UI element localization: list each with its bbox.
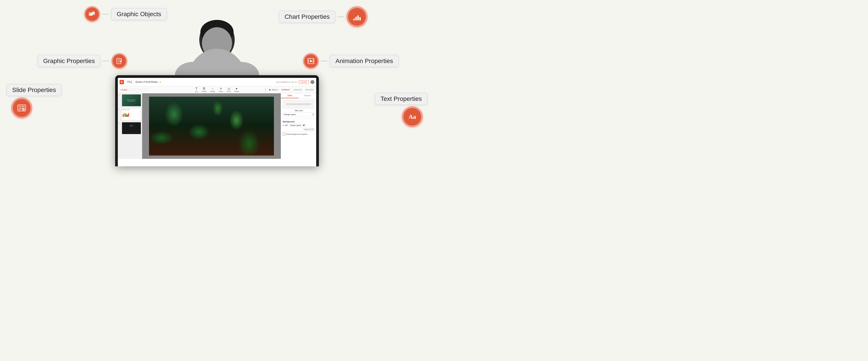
slide-toolbar-left: + SLIDE [120,89,148,91]
animation-properties-connector [321,61,328,61]
last-modified: Last modified on Jan 23 [276,81,297,83]
slide-thumbnail-1[interactable]: 1 Make the plan youknow will grow [118,93,142,107]
zoom-icon[interactable]: + [264,88,268,92]
slide-thumbnail-3[interactable]: 3 Who AreYou? [118,121,142,135]
slide-props-row: Slide Properties [7,84,63,96]
file-button[interactable]: FILE [126,80,133,84]
slide-thumbnail-2[interactable]: 2 Why do we build? chart [118,107,142,121]
chart-properties-float: Chart Properties [279,6,368,27]
slide-num-1: 1 [119,94,121,96]
slide-preview-3: Who AreYou? [122,122,141,134]
slide-2-chart: chart [123,112,140,117]
insert-media[interactable]: ▶ Media [234,87,239,93]
insert-toolbar: T Text 🖼 Image ◇ Shape ⊞ Table [195,87,239,93]
layout-bar [286,103,311,105]
animation-properties-float: Animation Properties [303,53,399,69]
animation-properties-icon [304,55,317,68]
change-layout-button[interactable]: Change Layout ▾ [283,112,314,117]
slide-properties-label: Slide Properties [7,84,62,96]
graphic-objects-icon [86,7,99,21]
graphic-properties-icon-circle [112,53,127,69]
insert-text[interactable]: T Text [195,87,198,93]
insert-table-label: Table [219,91,223,93]
canvas-area [142,93,281,159]
play-label: PLAY [272,89,277,91]
main-content: 1 Make the plan youknow will grow 2 Why … [118,93,316,159]
slide-properties-float: Slide Properties [7,84,63,119]
insert-chart-label: Chart [226,91,231,93]
background-header: Background [283,121,314,123]
tab-review[interactable]: REVIEW [305,88,314,91]
graphic-properties-connector [102,61,109,61]
toolbar-icon-4[interactable] [138,89,141,91]
bar-2 [124,113,125,117]
text-props-label-row: Text Properties [373,93,427,105]
hide-background-checkbox[interactable] [283,133,286,136]
slide-toolbar: + SLIDE T Text [118,86,316,93]
share-button[interactable]: SHARE [299,80,309,84]
toolbar-icon-5[interactable] [142,89,144,91]
text-properties-icon: Aa [403,108,421,126]
chart-properties-icon [348,8,366,26]
toolbar-icon-3[interactable] [135,89,138,91]
toolbar-icon-6[interactable] [145,89,148,91]
graphic-objects-float: Graphic Objects [84,6,167,22]
toolbar-icon-2[interactable] [132,89,134,91]
tab-animate[interactable]: ANIMATE [292,88,303,91]
app-title: Quotes of Scott Belsky ★ [135,81,274,83]
insert-image-label: Image [202,90,206,92]
app-logo: D [120,80,124,84]
svg-rect-7 [360,17,361,20]
slide-properties-icon-circle [11,97,32,119]
animation-properties-icon-circle [303,53,319,69]
text-properties-float: Text Properties Aa [373,93,427,127]
tab-themes[interactable]: Themes [299,93,316,98]
chart-word: chart [130,114,132,115]
tab-slide[interactable]: Slide [281,93,299,98]
apply-to-all-button[interactable]: Apply To All [303,128,314,131]
text-properties-icon-wrapper: Aa [402,106,423,127]
slide-preview-2: Why do we build? chart [122,108,141,120]
monitor: D FILE Quotes of Scott Belsky ★ Last mod… [115,75,319,166]
graphic-objects-connector [102,14,109,14]
monitor-bezel: D FILE Quotes of Scott Belsky ★ Last mod… [115,75,319,166]
canvas-leaves-decoration [149,97,274,156]
play-triangle-icon [269,89,271,91]
layout-preview [283,100,314,109]
play-chevron: ▾ [278,89,279,91]
slide-num-3: 3 [119,122,121,124]
bar-5 [128,113,129,117]
chart-properties-icon-circle [346,6,368,27]
animation-properties-label: Animation Properties [330,55,399,67]
fill-expand-icon[interactable]: ▶ [283,124,284,126]
insert-shape[interactable]: ◇ Shape [210,87,215,93]
background-section: Background ▶ Fill Follow Layout Apply To… [281,120,316,136]
graphic-properties-icon [113,55,126,68]
tab-format[interactable]: FORMAT [281,88,291,91]
svg-rect-5 [355,17,357,20]
text-properties-label: Text Properties [375,93,427,105]
fill-select[interactable]: Follow Layout [288,124,306,127]
hide-background-label: Hide Background Graphics [286,133,308,135]
chart-properties-connector [337,17,344,17]
slide-num-2: 2 [119,108,121,110]
slide-1-text: Make the plan youknow will grow [126,99,136,102]
bar-1 [123,114,124,117]
play-button[interactable]: PLAY ▾ [269,89,279,91]
toolbar-icon-1[interactable] [128,89,131,91]
graphic-properties-float: Graphic Properties [38,53,127,69]
insert-table[interactable]: ⊞ Table [219,87,223,93]
insert-chart[interactable]: 📊 Chart [226,87,231,93]
slide-panel: 1 Make the plan youknow will grow 2 Why … [118,93,142,159]
add-slide-button[interactable]: + SLIDE [120,89,127,91]
graphic-properties-label: Graphic Properties [38,55,100,67]
user-avatar [310,80,314,84]
slide-3-text: Who AreYou? [123,123,140,127]
bar-3 [125,114,126,117]
svg-marker-13 [310,60,313,62]
insert-image[interactable]: 🖼 Image [202,87,206,92]
fill-label: Fill [285,124,288,127]
layout-name: Title Only [283,109,314,112]
bar-4 [127,114,128,117]
slide-properties-icon-wrapper [11,97,32,119]
